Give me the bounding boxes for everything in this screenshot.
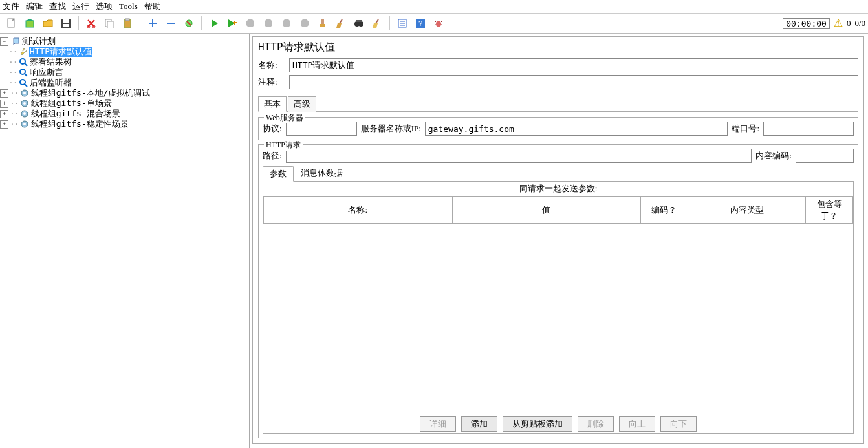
save-button[interactable]	[58, 16, 74, 31]
menu-find[interactable]: 查找	[49, 1, 66, 12]
broom-icon	[336, 18, 346, 28]
svg-rect-6	[63, 19, 69, 23]
save-icon	[61, 18, 71, 28]
search-reset-button[interactable]	[369, 16, 385, 31]
menu-edit[interactable]: 编辑	[26, 1, 43, 12]
path-input[interactable]	[286, 149, 752, 163]
toggle-button[interactable]	[181, 16, 197, 31]
svg-rect-22	[320, 24, 325, 27]
gear-icon	[20, 89, 29, 98]
collapse-all-button[interactable]	[163, 16, 179, 31]
menu-options[interactable]: 选项	[96, 1, 113, 12]
tree-threadgroup-local[interactable]: + ·· 线程组gitfs-本地/虚拟机调试	[0, 88, 249, 98]
svg-point-31	[436, 21, 441, 27]
thread-count: 0/0	[854, 18, 865, 28]
wrench-icon	[19, 47, 28, 56]
params-table[interactable]: 名称: 值 编码？ 内容类型 包含等于？	[263, 197, 853, 224]
svg-marker-4	[43, 20, 52, 27]
clear-button[interactable]	[315, 16, 331, 31]
play-plus-icon	[227, 18, 237, 28]
copy-button[interactable]	[102, 16, 117, 31]
shutdown-button[interactable]	[261, 16, 276, 31]
new-icon	[6, 18, 17, 28]
col-equals[interactable]: 包含等于？	[806, 197, 853, 224]
svg-point-37	[23, 92, 26, 94]
magnifier-icon	[19, 58, 28, 67]
tree-root[interactable]: − 测试计划	[0, 36, 249, 47]
binoculars-icon	[354, 18, 364, 28]
tree-threadgroup-mixed[interactable]: + ·· 线程组gitfs-混合场景	[0, 109, 249, 119]
tree-assertion[interactable]: ·· 响应断言	[0, 67, 249, 78]
menu-run[interactable]: 运行	[72, 1, 89, 12]
run-button[interactable]	[206, 16, 222, 31]
params-body[interactable]	[263, 224, 853, 412]
help-button[interactable]: ?	[413, 16, 428, 31]
tree-view-results[interactable]: ·· 察看结果树	[0, 57, 249, 67]
menu-file[interactable]: 文件	[3, 1, 19, 12]
run-nopause-button[interactable]	[224, 16, 240, 31]
param-button-row: 详细 添加 从剪贴板添加 删除 向上 向下	[263, 412, 853, 433]
svg-marker-3	[26, 19, 34, 21]
tree-http-defaults[interactable]: ·· HTTP请求默认值	[0, 47, 249, 57]
http-fieldset: HTTP请求 路径: 内容编码: 参数 消息体数据 同请求一起发送参数:	[258, 144, 858, 438]
broom2-icon	[372, 18, 382, 28]
svg-rect-13	[125, 19, 129, 21]
comment-label: 注释:	[258, 76, 289, 88]
box-icon	[25, 18, 35, 28]
scissors-icon	[86, 18, 96, 28]
menu-tools[interactable]: Tools	[119, 1, 138, 12]
stop-button[interactable]	[243, 16, 258, 31]
name-input[interactable]	[289, 58, 858, 72]
tab-bodydata[interactable]: 消息体数据	[294, 165, 350, 181]
shutdown-icon	[263, 18, 274, 28]
tree-threadgroup-single[interactable]: + ·· 线程组gitfs-单场景	[0, 98, 249, 109]
function-helper-button[interactable]	[395, 16, 410, 31]
comment-input[interactable]	[289, 75, 858, 89]
warning-icon[interactable]: ⚠	[834, 18, 843, 28]
params-header: 同请求一起发送参数:	[263, 182, 853, 197]
remote-stop-icon	[281, 18, 292, 28]
new-button[interactable]	[4, 16, 19, 31]
remote-shutdown-button[interactable]	[297, 16, 312, 31]
svg-marker-27	[373, 23, 378, 28]
magnifier-icon	[19, 78, 28, 87]
open-button[interactable]	[40, 16, 56, 31]
svg-rect-2	[26, 21, 34, 27]
clear-all-button[interactable]	[333, 16, 349, 31]
content-panel: HTTP请求默认值 名称: 注释: 基本 高级 Web服务器 协议: 服务器名称…	[252, 36, 864, 444]
svg-marker-15	[212, 19, 218, 27]
svg-marker-18	[265, 19, 272, 27]
col-name[interactable]: 名称:	[264, 197, 453, 224]
paste-button[interactable]	[120, 16, 135, 31]
tab-advanced[interactable]: 高级	[288, 96, 316, 112]
remote-stop-button[interactable]	[279, 16, 294, 31]
col-value[interactable]: 值	[452, 197, 641, 224]
encoding-input[interactable]	[796, 149, 854, 163]
col-ctype[interactable]: 内容类型	[688, 197, 805, 224]
clipboard-button[interactable]: 从剪贴板添加	[503, 416, 572, 432]
col-encode[interactable]: 编码？	[641, 197, 688, 224]
gear-icon	[20, 120, 29, 129]
encoding-label: 内容编码:	[755, 150, 792, 162]
debug-button[interactable]	[431, 16, 446, 31]
clipboard-icon	[122, 18, 133, 28]
tree-backend-listener[interactable]: ·· 后端监听器	[0, 78, 249, 88]
search-button[interactable]	[351, 16, 367, 31]
tree-panel[interactable]: − 测试计划 ·· HTTP请求默认值 ·· 察看结果树 ··	[0, 34, 250, 448]
tree-threadgroup-stability[interactable]: + ·· 线程组gitfs-稳定性场景	[0, 119, 249, 129]
add-button[interactable]: 添加	[461, 416, 497, 432]
webserver-legend: Web服务器	[264, 112, 305, 123]
server-input[interactable]	[425, 122, 728, 136]
delete-button: 删除	[578, 416, 614, 432]
port-input[interactable]	[763, 122, 854, 136]
svg-point-43	[23, 123, 26, 125]
protocol-input[interactable]	[286, 122, 357, 136]
menu-help[interactable]: 帮助	[144, 1, 161, 12]
cut-button[interactable]	[83, 16, 99, 31]
templates-button[interactable]	[22, 16, 38, 31]
protocol-label: 协议:	[263, 123, 282, 134]
tab-params[interactable]: 参数	[263, 166, 294, 182]
tabstrip: 基本 高级	[258, 96, 858, 112]
expand-all-button[interactable]	[145, 16, 160, 31]
tab-basic[interactable]: 基本	[258, 96, 287, 112]
